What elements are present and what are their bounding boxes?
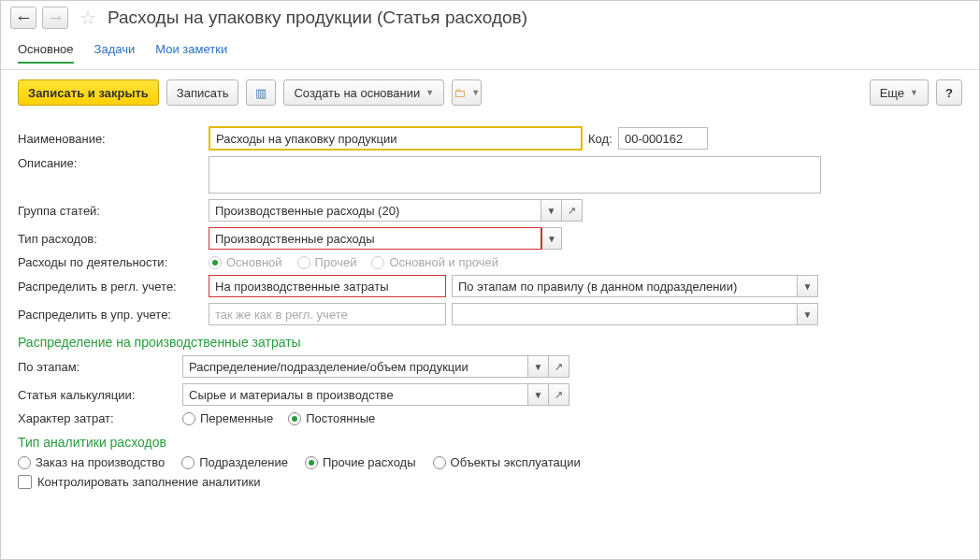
radio-icon [288,412,301,425]
expense-type-dropdown-button[interactable]: ▼ [541,227,562,250]
expense-type-label: Тип расходов: [18,232,203,246]
name-input[interactable] [209,126,583,151]
radio-icon [305,456,318,469]
nav-back-button[interactable]: 🡐 [10,7,36,29]
by-stages-select[interactable]: Распределение/подразделение/объем продук… [182,355,528,378]
activity-other-radio: Прочей [297,255,357,269]
open-icon: ↗ [555,361,563,373]
distrib-reg-rule-select[interactable]: По этапам по правилу (в данном подраздел… [452,275,798,297]
star-icon[interactable]: ☆ [79,7,96,29]
chevron-down-icon: ▼ [910,88,918,97]
code-label: Код: [588,132,612,146]
analytics-dept-radio[interactable]: Подразделение [181,455,288,469]
radio-icon [209,256,222,269]
radio-icon [181,456,195,469]
group-open-button[interactable]: ↗ [562,199,583,222]
attachments-button[interactable]: 🗀 ▼ [452,79,482,106]
cost-constant-radio[interactable]: Постоянные [288,411,375,425]
control-analytics-checkbox[interactable] [18,475,32,489]
cost-nature-label: Характер затрат: [18,411,177,425]
distrib-reg-rule-dropdown-button[interactable]: ▼ [798,275,818,297]
folder-icon: 🗀 [454,86,466,100]
distrib-mgmt-label: Распределить в упр. учете: [18,308,203,322]
analytics-order-radio[interactable]: Заказ на производство [18,455,165,469]
chevron-down-icon: ▼ [547,206,556,216]
section-distribution: Распределение на производственные затрат… [18,335,962,350]
chevron-down-icon: ▼ [803,281,813,292]
nav-forward-button[interactable]: 🡒 [42,7,68,29]
chevron-down-icon: ▼ [803,309,813,320]
distrib-reg-select[interactable]: На производственные затраты [209,275,446,297]
activity-both-radio: Основной и прочей [371,255,498,269]
open-icon: ↗ [568,205,576,217]
by-stages-dropdown-button[interactable]: ▼ [528,355,549,378]
activity-main-radio: Основной [209,255,282,269]
tab-notes[interactable]: Мои заметки [155,42,227,64]
radio-icon [182,412,195,425]
save-button[interactable]: Записать [166,79,239,106]
calc-item-select[interactable]: Сырье и материалы в производстве [182,383,528,406]
tab-tasks[interactable]: Задачи [94,42,136,64]
save-and-close-button[interactable]: Записать и закрыть [18,79,159,106]
group-dropdown-button[interactable]: ▼ [541,199,562,222]
create-based-on-button[interactable]: Создать на основании ▼ [283,79,444,106]
code-input[interactable] [618,127,708,150]
activity-label: Расходы по деятельности: [18,255,203,269]
analytics-other-radio[interactable]: Прочие расходы [305,455,416,469]
name-label: Наименование: [18,132,203,146]
calc-item-open-button[interactable]: ↗ [549,383,569,406]
tab-main[interactable]: Основное [18,42,74,64]
distrib-reg-label: Распределить в регл. учете: [18,280,203,294]
radio-icon [433,456,446,469]
chevron-down-icon: ▼ [425,88,434,97]
chevron-down-icon: ▼ [534,390,543,400]
chevron-down-icon: ▼ [534,362,543,372]
radio-icon [297,256,310,269]
help-button[interactable]: ? [936,79,962,106]
group-select[interactable]: Производственные расходы (20) [209,199,541,222]
description-label: Описание: [18,156,203,170]
description-textarea[interactable] [209,156,821,194]
distrib-mgmt-rule-dropdown-button[interactable]: ▼ [798,303,818,325]
distrib-mgmt-rule-select[interactable] [452,303,798,325]
more-button[interactable]: Еще ▼ [870,79,929,106]
open-icon: ↗ [555,389,563,401]
by-stages-label: По этапам: [18,360,177,374]
analytics-objects-radio[interactable]: Объекты эксплуатации [433,455,581,469]
by-stages-open-button[interactable]: ↗ [549,355,569,378]
radio-icon [18,456,31,469]
section-analytics: Тип аналитики расходов [18,435,962,450]
page-title: Расходы на упаковку продукции (Статья ра… [108,7,527,28]
cost-variable-radio[interactable]: Переменные [182,411,273,425]
calc-item-dropdown-button[interactable]: ▼ [528,383,549,406]
group-label: Группа статей: [18,204,203,218]
report-button[interactable]: ▥ [246,79,276,106]
expense-type-select[interactable]: Производственные расходы [209,227,541,250]
chevron-down-icon: ▼ [547,234,556,244]
control-analytics-label: Контролировать заполнение аналитики [37,475,261,489]
calc-item-label: Статья калькуляции: [18,388,177,402]
report-icon: ▥ [255,86,267,100]
radio-icon [371,256,384,269]
distrib-mgmt-select[interactable]: так же как в регл. учете [209,303,446,325]
chevron-down-icon: ▼ [471,88,480,97]
